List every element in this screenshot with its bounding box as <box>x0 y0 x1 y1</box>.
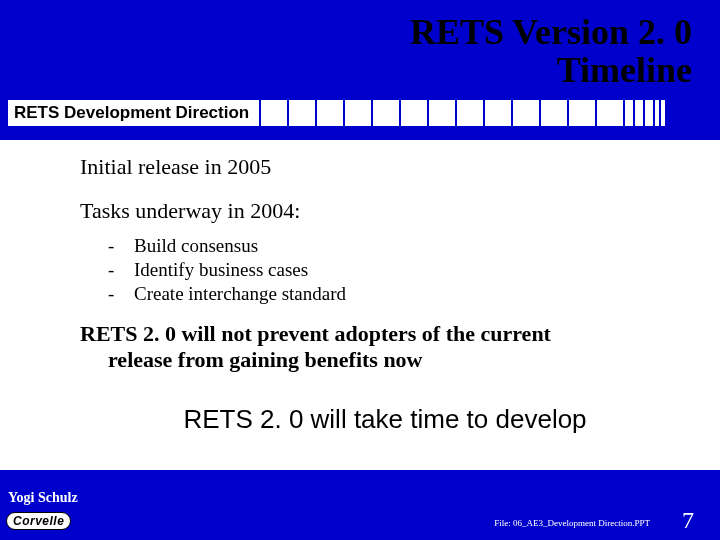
list-item: -Create interchange standard <box>108 282 690 306</box>
list-item-label: Build consensus <box>134 234 258 258</box>
bullet-benefits-line2: release from gaining benefits now <box>80 347 650 372</box>
bullet-tasks: Tasks underway in 2004: <box>80 198 690 224</box>
bullet-dash-icon: - <box>108 258 134 282</box>
slide-title: RETS Version 2. 0 Timeline <box>0 14 692 90</box>
list-item-label: Identify business cases <box>134 258 308 282</box>
title-line-2: Timeline <box>0 52 692 90</box>
subtitle-bar: RETS Development Direction <box>8 100 667 126</box>
task-sublist: -Build consensus -Identify business case… <box>108 234 690 305</box>
bullet-dash-icon: - <box>108 282 134 306</box>
bullet-dash-icon: - <box>108 234 134 258</box>
page-number: 7 <box>682 507 694 534</box>
list-item: -Identify business cases <box>108 258 690 282</box>
file-label: File: 06_AE3_Development Direction.PPT <box>494 518 650 528</box>
callout-text: RETS 2. 0 will take time to develop <box>80 404 690 435</box>
title-line-1: RETS Version 2. 0 <box>0 14 692 52</box>
content-area: Initial release in 2005 Tasks underway i… <box>0 140 720 470</box>
subtitle-text: RETS Development Direction <box>8 100 259 126</box>
bullet-benefits: RETS 2. 0 will not prevent adopters of t… <box>80 321 690 372</box>
list-item-label: Create interchange standard <box>134 282 346 306</box>
company-logo: Corvelle <box>6 512 71 530</box>
decorative-stripes <box>261 100 667 126</box>
author-name: Yogi Schulz <box>8 490 78 506</box>
bullet-benefits-line1: RETS 2. 0 will not prevent adopters of t… <box>80 321 551 346</box>
bullet-initial-release: Initial release in 2005 <box>80 154 690 180</box>
list-item: -Build consensus <box>108 234 690 258</box>
